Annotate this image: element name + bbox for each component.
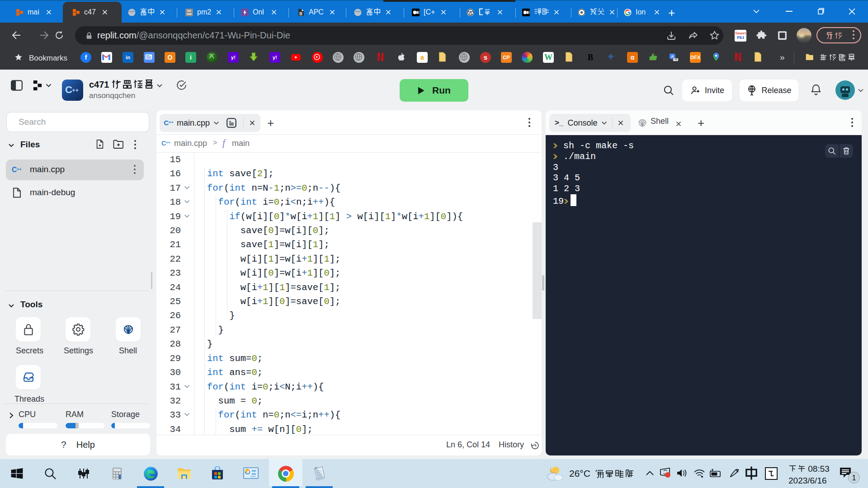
svg-text:C: C — [12, 166, 17, 174]
svg-text:C: C — [164, 119, 169, 127]
svg-text:ONE: ONE — [187, 12, 192, 15]
svg-text:G: G — [675, 57, 677, 61]
svg-text:C: C — [161, 140, 166, 147]
svg-text:ZERO: ZERO — [355, 10, 361, 12]
svg-text:IDE: IDE — [187, 9, 191, 12]
svg-text:++: ++ — [17, 167, 22, 172]
svg-text:++: ++ — [169, 120, 174, 125]
svg-text:++: ++ — [166, 141, 170, 145]
svg-text:A: A — [671, 55, 674, 59]
svg-text:ZERO: ZERO — [129, 10, 135, 12]
